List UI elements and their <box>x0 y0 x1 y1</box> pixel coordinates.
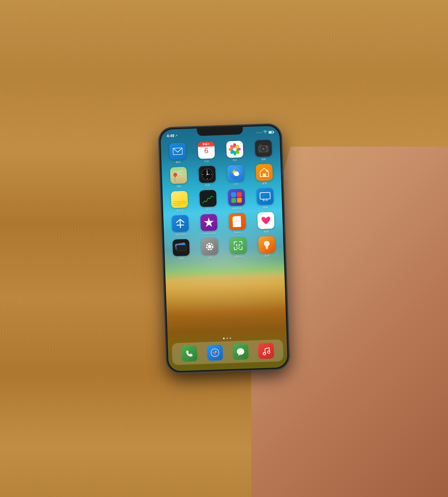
svg-line-57 <box>234 222 239 222</box>
app-faceid[interactable]: 面容ID <box>225 237 251 259</box>
svg-rect-64 <box>266 249 268 249</box>
svg-line-70 <box>265 348 269 349</box>
page-dot-1 <box>223 338 225 339</box>
app-mail-label: 邮件 <box>176 161 181 164</box>
signal-dot-1 <box>256 132 257 133</box>
app-maps-label: 地图 <box>176 185 182 188</box>
app-itunes-label: iTunes Store <box>202 232 216 235</box>
app-calendar[interactable]: 星期六 6 日历 <box>193 142 220 164</box>
svg-rect-43 <box>260 192 270 199</box>
app-weather[interactable]: 天气 <box>223 165 249 187</box>
page-dot-2 <box>226 338 228 339</box>
app-appstore[interactable]: App Store <box>167 215 193 237</box>
signal-dot-4 <box>261 132 262 133</box>
app-photos[interactable]: 照片 <box>222 140 248 162</box>
status-time: 4:49 <box>167 133 175 138</box>
app-clock-label: 时钟 <box>205 184 210 187</box>
app-camera[interactable]: 相机 <box>250 139 276 161</box>
svg-line-55 <box>234 219 239 219</box>
svg-point-71 <box>263 352 266 355</box>
dock-music[interactable] <box>258 343 274 359</box>
dock-phone[interactable] <box>181 345 197 362</box>
svg-rect-54 <box>233 217 240 227</box>
svg-rect-12 <box>259 144 262 146</box>
battery-icon <box>268 131 273 134</box>
app-settings-label: 设置 <box>208 256 213 259</box>
svg-rect-41 <box>231 198 236 203</box>
calendar-day-label: 星期六 <box>198 142 215 147</box>
wifi-icon <box>263 131 267 135</box>
app-notes[interactable]: 备忘录 <box>166 191 193 213</box>
svg-rect-63 <box>266 248 268 249</box>
app-clock[interactable]: 时钟 <box>194 166 220 188</box>
app-maps[interactable]: 地图 <box>166 167 192 189</box>
app-mail[interactable]: 邮件 <box>165 142 191 164</box>
svg-line-56 <box>234 221 239 221</box>
page-dot-3 <box>230 337 231 339</box>
app-shortcuts[interactable]: 捷腹事项 <box>224 189 250 211</box>
app-settings[interactable]: 设置 <box>197 238 223 260</box>
location-icon: ↗ <box>175 134 178 137</box>
app-wallet-label: 钱包 <box>179 257 184 260</box>
app-photos-label: 照片 <box>233 159 238 162</box>
dock-messages[interactable] <box>232 343 249 360</box>
app-camera-label: 相机 <box>261 158 266 161</box>
svg-line-47 <box>180 219 180 228</box>
app-stocks[interactable]: 股市 <box>195 189 221 211</box>
calendar-date: 6 <box>204 146 208 155</box>
iphone-device: 4:49 ↗ <box>159 124 290 373</box>
page-dots <box>223 337 231 339</box>
signal-dot-2 <box>258 132 259 133</box>
app-tips[interactable]: 提示 <box>254 236 280 258</box>
signal-dot-3 <box>260 132 260 133</box>
svg-line-49 <box>176 219 180 223</box>
app-itunes[interactable]: iTunes Store <box>196 214 222 236</box>
app-tv-label: 视频 <box>263 206 268 209</box>
status-icons <box>256 130 273 135</box>
app-tv[interactable]: 视频 <box>252 188 278 209</box>
app-shortcuts-label: 捷腹事项 <box>232 207 242 210</box>
app-home[interactable]: 家庭 <box>251 164 277 186</box>
svg-rect-37 <box>263 173 266 176</box>
app-home-label: 家庭 <box>262 182 267 185</box>
dock <box>172 339 284 365</box>
app-tips-label: 提示 <box>265 254 270 257</box>
app-books[interactable]: iBooks <box>224 213 251 235</box>
app-notes-label: 备忘录 <box>176 209 184 212</box>
svg-rect-39 <box>231 192 236 197</box>
app-grid: 邮件 星期六 6 日历 <box>161 138 284 263</box>
svg-line-46 <box>263 201 267 201</box>
svg-point-58 <box>208 245 211 248</box>
app-stocks-label: 股市 <box>206 208 211 211</box>
app-health[interactable]: 健康 <box>253 212 279 234</box>
svg-point-72 <box>267 351 270 353</box>
svg-rect-42 <box>237 198 242 203</box>
app-wallet[interactable]: 钱包 <box>168 239 194 261</box>
screen: 4:49 ↗ <box>160 126 288 371</box>
app-weather-label: 天气 <box>234 183 239 186</box>
signal-indicator <box>256 132 262 133</box>
app-faceid-label: 面容ID <box>235 255 242 258</box>
app-health-label: 健康 <box>264 230 269 233</box>
svg-marker-51 <box>204 217 214 227</box>
app-appstore-label: App Store <box>175 233 186 236</box>
app-books-label: iBooks <box>234 231 241 234</box>
svg-line-50 <box>180 219 184 223</box>
svg-rect-40 <box>237 192 242 197</box>
dock-safari[interactable] <box>207 345 223 361</box>
app-calendar-label: 日历 <box>204 160 209 163</box>
